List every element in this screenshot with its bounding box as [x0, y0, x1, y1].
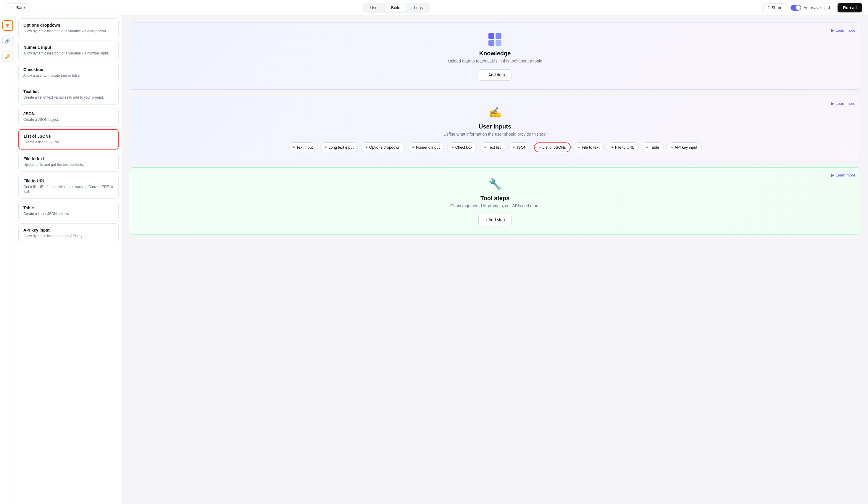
- tool-steps-card: ▶ Learn more 🔧 Tool steps Chain together…: [129, 167, 861, 234]
- sidebar-item-options-dropdown[interactable]: Options dropdown Allow dynamic insertion…: [18, 18, 118, 38]
- play-icon: ▶: [831, 28, 834, 32]
- plus-icon: +: [611, 145, 613, 150]
- run-all-button[interactable]: Run all: [838, 3, 862, 12]
- autosave-wrapper: Autosave: [790, 5, 821, 11]
- plus-icon: +: [513, 145, 515, 150]
- user-inputs-header: ✍️ User inputs Define what information t…: [140, 105, 850, 137]
- knowledge-subtitle: Upload data to teach LLMs in this tool a…: [448, 59, 542, 63]
- left-panel: Options dropdown Allow dynamic insertion…: [16, 16, 122, 504]
- sidebar-item-file-to-url[interactable]: File to URL Get a file URL for use with …: [18, 174, 118, 199]
- sidebar-item-desc-numeric-input: Allow dynamic insertion of a variable vi…: [23, 51, 114, 56]
- nav-tabs: Use Build Logs: [363, 3, 430, 13]
- sidebar-item-title-file-to-url: File to URL: [23, 179, 114, 183]
- svg-rect-3: [496, 40, 502, 46]
- link-icon: 🔗: [5, 38, 11, 44]
- sidebar-item-title-numeric-input: Numeric input: [23, 45, 114, 50]
- tool-steps-header: 🔧 Tool steps Chain together LLM prompts,…: [140, 177, 850, 208]
- chip-long-text-input[interactable]: + Long text input: [320, 142, 358, 152]
- sidebar-item-text-list[interactable]: Text list Create a list of text variable…: [18, 85, 118, 104]
- play-icon-3: ▶: [831, 173, 834, 178]
- tool-steps-learn-more[interactable]: ▶ Learn more: [831, 173, 855, 178]
- back-arrow-icon: ←: [10, 5, 14, 10]
- chip-checkbox[interactable]: + Checkbox: [447, 142, 477, 152]
- play-icon-2: ▶: [831, 101, 834, 106]
- sidebar-item-numeric-input[interactable]: Numeric input Allow dynamic insertion of…: [18, 41, 118, 60]
- chip-text-list[interactable]: + Text list: [480, 142, 505, 152]
- sidebar-icon-link[interactable]: 🔗: [2, 36, 13, 46]
- sidebar-item-desc-api-key-input: Allow dynamic insertion of an API key: [23, 234, 114, 239]
- sidebar-item-title-list-of-jsons: List of JSONs: [24, 134, 113, 139]
- main-layout: ⊞ 🔗 🔑 Options dropdown Allow dynamic ins…: [0, 16, 868, 504]
- sidebar-item-desc-table: Create a list of JSON objects: [23, 211, 114, 216]
- add-data-button[interactable]: + Add data: [478, 69, 512, 81]
- share-icon: ⤴: [768, 5, 770, 10]
- sidebar-item-checkbox[interactable]: Checkbox Allow a user to indicate true o…: [18, 63, 118, 83]
- input-chips: + Text input+ Long text input+ Options d…: [140, 142, 850, 152]
- tool-steps-subtitle: Chain together LLM prompts, call APIs an…: [450, 203, 540, 208]
- chip-options-dropdown[interactable]: + Options dropdown: [361, 142, 405, 152]
- top-nav: ← Back Use Build Logs ⤴ Share Autosave ⬇…: [0, 0, 868, 16]
- tool-steps-title: Tool steps: [480, 195, 510, 202]
- chip-numeric-input[interactable]: + Numeric input: [408, 142, 444, 152]
- chip-json[interactable]: + JSON: [508, 142, 531, 152]
- user-inputs-icon: ✍️: [487, 105, 503, 120]
- knowledge-title: Knowledge: [479, 50, 511, 57]
- knowledge-header: Knowledge Upload data to teach LLMs in t…: [140, 32, 850, 63]
- chip-list-of-jsons[interactable]: + List of JSONs: [534, 142, 571, 152]
- key-icon: 🔑: [5, 53, 11, 59]
- save-icon-button[interactable]: ⬇: [824, 3, 834, 12]
- chip-table[interactable]: + Table: [642, 142, 664, 152]
- knowledge-card: ▶ Learn more Knowledge Upload data to te…: [129, 22, 861, 90]
- chip-file-to-text[interactable]: + File to text: [574, 142, 604, 152]
- sidebar-icon-blocks[interactable]: ⊞: [2, 20, 13, 31]
- sidebar-item-api-key-input[interactable]: API key input Allow dynamic insertion of…: [18, 223, 118, 243]
- share-button[interactable]: ⤴ Share: [763, 3, 787, 12]
- sidebar-item-desc-options-dropdown: Allow dynamic insertion of a variable vi…: [23, 29, 114, 34]
- svg-rect-2: [488, 40, 494, 46]
- sidebar-item-desc-json: Create a JSON object.: [23, 117, 114, 122]
- sidebar-item-title-json: JSON: [23, 111, 114, 116]
- user-inputs-title: User inputs: [479, 123, 511, 130]
- autosave-toggle[interactable]: [790, 5, 801, 11]
- back-button[interactable]: ← Back: [6, 3, 30, 12]
- sidebar-item-title-checkbox: Checkbox: [23, 67, 114, 72]
- plus-icon: +: [539, 145, 541, 150]
- sidebar-icon-key[interactable]: 🔑: [2, 51, 13, 62]
- plus-icon: +: [365, 145, 368, 150]
- sidebar-item-desc-list-of-jsons: Create a list of JSONs.: [24, 140, 113, 145]
- plus-icon: +: [484, 145, 487, 150]
- tool-steps-icon: 🔧: [487, 177, 503, 192]
- sidebar-item-title-api-key-input: API key input: [23, 228, 114, 232]
- sidebar-item-table[interactable]: Table Create a list of JSON objects: [18, 201, 118, 221]
- chip-text-input[interactable]: + Text input: [288, 142, 317, 152]
- tab-use[interactable]: Use: [364, 3, 384, 12]
- icon-sidebar: ⊞ 🔗 🔑: [0, 16, 16, 504]
- sidebar-item-title-table: Table: [23, 205, 114, 210]
- save-icon: ⬇: [827, 5, 831, 10]
- user-inputs-card: ▶ Learn more ✍️ User inputs Define what …: [129, 95, 861, 161]
- plus-icon: +: [646, 145, 649, 150]
- plus-icon: +: [292, 145, 295, 150]
- sidebar-item-list-of-jsons[interactable]: List of JSONs Create a list of JSONs.: [18, 129, 118, 150]
- sidebar-item-title-text-list: Text list: [23, 89, 114, 94]
- svg-rect-0: [488, 33, 494, 39]
- nav-right: ⤴ Share Autosave ⬇ Run all: [763, 3, 862, 12]
- tab-build[interactable]: Build: [385, 3, 407, 12]
- blocks-icon: ⊞: [6, 23, 9, 28]
- sidebar-item-desc-text-list: Create a list of text variables to add t…: [23, 95, 114, 100]
- svg-rect-1: [496, 33, 502, 39]
- sidebar-item-file-to-text[interactable]: File to text Upload a file and get the t…: [18, 152, 118, 172]
- sidebar-item-json[interactable]: JSON Create a JSON object.: [18, 107, 118, 127]
- add-step-button[interactable]: + Add step: [478, 214, 512, 225]
- sidebar-item-desc-checkbox: Allow a user to indicate true or false.: [23, 73, 114, 78]
- sidebar-item-title-options-dropdown: Options dropdown: [23, 23, 114, 28]
- plus-icon: +: [412, 145, 414, 150]
- user-inputs-subtitle: Define what information the user should …: [443, 132, 547, 137]
- plus-icon: +: [671, 145, 673, 150]
- autosave-label: Autosave: [804, 5, 821, 10]
- knowledge-learn-more[interactable]: ▶ Learn more: [831, 28, 855, 32]
- chip-file-to-url[interactable]: + File to URL: [607, 142, 639, 152]
- user-inputs-learn-more[interactable]: ▶ Learn more: [831, 101, 855, 106]
- chip-api-key-input[interactable]: + API key input: [666, 142, 702, 152]
- tab-logs[interactable]: Logs: [407, 3, 429, 12]
